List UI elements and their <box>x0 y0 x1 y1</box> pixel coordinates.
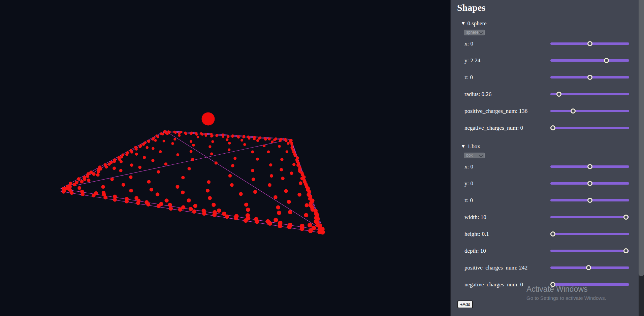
charge-dot <box>208 145 211 148</box>
radius-slider[interactable] <box>550 92 629 97</box>
collapse-triangle-icon[interactable]: ▼ <box>462 144 464 149</box>
charge-dot <box>113 198 117 202</box>
charge-dot <box>112 167 116 170</box>
charge-dot <box>243 136 245 138</box>
slider-thumb[interactable] <box>571 108 576 114</box>
slider-thumb[interactable] <box>550 231 555 236</box>
charge-dot <box>190 132 192 135</box>
charge-dot <box>152 147 154 150</box>
3d-viewport[interactable] <box>0 0 450 316</box>
shape-type-select[interactable]: box <box>464 153 485 158</box>
x-slider[interactable] <box>550 164 629 169</box>
charge-dot <box>157 136 159 138</box>
charge-dot <box>273 195 278 199</box>
z-slider[interactable] <box>550 198 629 203</box>
charge-dot <box>300 226 304 231</box>
positive_charges_num-slider[interactable] <box>550 108 629 114</box>
slider-thumb[interactable] <box>586 265 591 270</box>
slider-thumb[interactable] <box>587 164 592 169</box>
slider-track[interactable] <box>550 127 629 129</box>
charge-dot <box>217 209 221 213</box>
scrollbar-thumb[interactable] <box>639 0 644 276</box>
collapse-triangle-icon[interactable]: ▼ <box>462 21 464 26</box>
charge-dot <box>268 183 271 187</box>
charge-dot <box>278 224 282 228</box>
charge-dot <box>99 167 102 171</box>
charge-dot <box>290 171 293 175</box>
slider-thumb[interactable] <box>604 58 609 63</box>
shape-section-box: ▼ 1.box box x: 0 y: 0 z: 0 width: 10 <box>451 143 639 293</box>
slider-track[interactable] <box>550 110 629 112</box>
charge-dot <box>176 185 180 189</box>
slider-thumb[interactable] <box>550 282 555 287</box>
positive_charges_num-slider[interactable] <box>550 265 629 270</box>
charge-dot <box>189 207 193 211</box>
slider-thumb[interactable] <box>623 215 629 220</box>
slider-thumb[interactable] <box>587 181 592 186</box>
slider-track[interactable] <box>550 250 629 252</box>
sphere-shape <box>202 113 215 126</box>
z-slider[interactable] <box>550 75 629 80</box>
charge-dot <box>157 204 161 208</box>
x-slider[interactable] <box>550 41 629 46</box>
charge-dot <box>164 162 167 165</box>
slider-row: x: 0 <box>451 35 639 52</box>
charge-dot <box>92 172 96 176</box>
charge-dot <box>135 148 138 151</box>
charge-dot <box>248 137 251 140</box>
charge-dot <box>251 151 254 154</box>
charge-dot <box>173 138 176 140</box>
charge-dot <box>263 145 265 147</box>
add-shape-button[interactable]: +Add <box>457 301 473 308</box>
charge-dot <box>154 139 157 142</box>
height-slider[interactable] <box>550 231 629 236</box>
charge-dot <box>243 143 246 146</box>
charge-dot <box>240 139 243 141</box>
slider-row: radius: 0.26 <box>451 86 639 103</box>
charge-dot <box>290 143 293 146</box>
shape-section-header[interactable]: ▼ 0.sphere <box>462 20 639 27</box>
slider-track[interactable] <box>550 216 629 218</box>
charge-dot <box>110 178 114 181</box>
panel-title: Shapes <box>457 2 639 13</box>
charge-dot <box>269 163 272 166</box>
y-label: y: 0 <box>464 180 473 187</box>
charge-dot <box>129 176 132 179</box>
slider-thumb[interactable] <box>623 248 629 253</box>
charge-dot <box>233 157 236 160</box>
negative_charges_num-slider[interactable] <box>550 282 629 287</box>
slider-thumb[interactable] <box>556 92 561 97</box>
slider-track[interactable] <box>550 59 629 62</box>
slider-track[interactable] <box>550 233 629 235</box>
charge-dot <box>181 190 185 194</box>
shape-section-header[interactable]: ▼ 1.box <box>462 143 639 150</box>
charge-dot <box>80 180 84 184</box>
charge-dot <box>143 156 146 159</box>
charge-dot <box>165 198 169 202</box>
negative_charges_num-slider[interactable] <box>550 125 629 130</box>
charge-dot <box>304 213 308 217</box>
charge-dot <box>146 202 150 207</box>
slider-thumb[interactable] <box>550 125 555 130</box>
slider-track[interactable] <box>550 93 629 95</box>
radius-label: radius: 0.26 <box>464 91 491 98</box>
slider-thumb[interactable] <box>587 75 592 80</box>
width-slider[interactable] <box>550 215 629 220</box>
charge-dot <box>87 179 91 182</box>
y-slider[interactable] <box>550 58 629 63</box>
shape-sections: ▼ 0.sphere sphere x: 0 y: 2.24 z: 0 radi… <box>451 20 639 293</box>
slider-thumb[interactable] <box>587 41 592 46</box>
shape-type-select[interactable]: sphere <box>464 30 485 35</box>
panel-scrollbar[interactable] <box>639 0 644 316</box>
select-chevron-icon <box>479 154 483 157</box>
charge-dot <box>287 224 292 229</box>
slider-thumb[interactable] <box>587 198 592 203</box>
shape-section-title: 1.box <box>467 143 480 150</box>
charge-dot <box>258 137 261 140</box>
charge-dot <box>317 229 322 234</box>
y-slider[interactable] <box>550 181 629 186</box>
slider-track[interactable] <box>550 283 629 286</box>
depth-slider[interactable] <box>550 248 629 253</box>
charge-dot <box>273 218 278 222</box>
charge-dot <box>142 143 145 146</box>
